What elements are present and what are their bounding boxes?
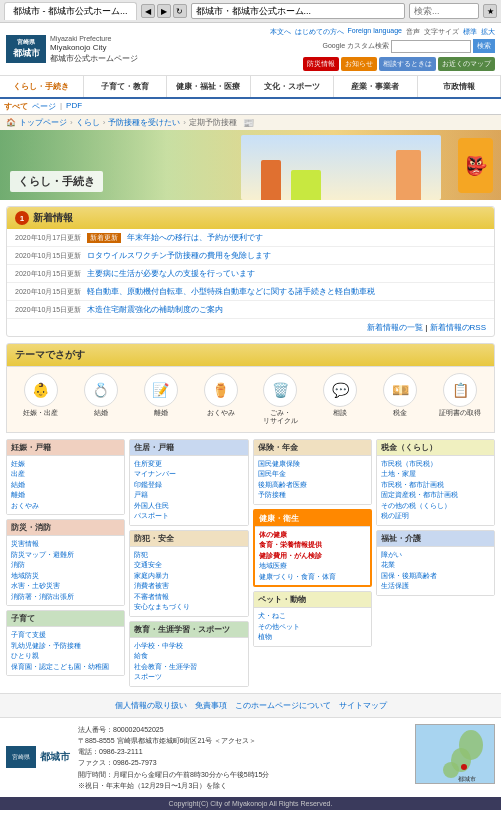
back-button[interactable]: ◀: [141, 4, 155, 18]
link-screening[interactable]: 健診費用・がん検診: [259, 551, 366, 562]
link-foreigner[interactable]: 外国人住民: [134, 501, 243, 512]
footer-sitemap-link[interactable]: サイトマップ: [339, 700, 387, 711]
theme-icon-consult[interactable]: 💬 相談: [316, 373, 364, 426]
theme-icon-tax[interactable]: 💴 税金: [376, 373, 424, 426]
news-link-4[interactable]: 軽自動車、原動機付自転車、小型特殊自動車などに関する諸手続きと軽自動車税: [87, 286, 375, 297]
nav-tab-industry[interactable]: 産業・事業者: [334, 76, 418, 97]
link-plants[interactable]: 植物: [258, 632, 367, 643]
link-passport[interactable]: パスポート: [134, 511, 243, 522]
link-nutrition[interactable]: 食育・栄養情報提供: [259, 540, 366, 551]
link-city-urban-tax[interactable]: 市民税・都市計画税: [381, 480, 490, 491]
news-link-1[interactable]: 年末年始への移行は、予約が便利です: [127, 232, 263, 243]
link-nenkin[interactable]: 国民年金: [258, 469, 367, 480]
link-consumer[interactable]: 消費者被害: [134, 581, 243, 592]
link-divorce[interactable]: 離婚: [11, 490, 120, 501]
link-disaster-map[interactable]: 防災マップ・避難所: [11, 550, 120, 561]
link-marriage[interactable]: 結婚: [11, 480, 120, 491]
nav-tab-culture[interactable]: 文化・スポーツ: [251, 76, 335, 97]
consult-button[interactable]: 相談するときは: [379, 57, 436, 71]
link-disaster-info[interactable]: 災害情報: [11, 539, 120, 550]
link-lunch[interactable]: 給食: [134, 651, 243, 662]
link-livelihood[interactable]: 生活保護: [381, 581, 490, 592]
nav-tab-health[interactable]: 健康・福祉・医療: [167, 76, 251, 97]
link-health-promo[interactable]: 健康づくり・食育・体育: [259, 572, 366, 583]
footer-about-link[interactable]: このホームページについて: [235, 700, 331, 711]
honbun-link[interactable]: 本文へ: [270, 27, 291, 37]
notice-button[interactable]: お知らせ: [341, 57, 377, 71]
news-link-5[interactable]: 木造住宅耐震強化の補助制度のご案内: [87, 304, 223, 315]
link-mynumber[interactable]: マイナンバー: [134, 469, 243, 480]
link-child-support[interactable]: 子育て支援: [11, 630, 120, 641]
search-input[interactable]: [391, 40, 471, 53]
link-other-tax[interactable]: その他の税（くらし）: [381, 501, 490, 512]
foreign-link[interactable]: Foreign language: [348, 27, 403, 37]
breadcrumb-living[interactable]: くらし: [76, 117, 100, 128]
link-birth[interactable]: 出産: [11, 469, 120, 480]
theme-icon-cert[interactable]: 📋 証明書の取得: [436, 373, 484, 426]
link-safe-town[interactable]: 安心なまちづくり: [134, 602, 243, 613]
theme-icon-marriage[interactable]: 💍 結婚: [77, 373, 125, 426]
breadcrumb-reservation[interactable]: 予防接種を受けたい: [108, 117, 180, 128]
breadcrumb-top[interactable]: トップページ: [19, 117, 67, 128]
link-land-house[interactable]: 土地・家屋: [381, 469, 490, 480]
browser-tab[interactable]: 都城市 - 都城市公式ホーム...: [4, 2, 137, 20]
news-list-link[interactable]: 新着情報の一覧: [367, 323, 423, 332]
link-nursery[interactable]: 保育園・認定こども園・幼稚園: [11, 662, 120, 673]
theme-icon-birth[interactable]: 👶 妊娠・出産: [17, 373, 65, 426]
footer-privacy-link[interactable]: 個人情報の取り扱い: [115, 700, 187, 711]
news-link-2[interactable]: ロタウイルスワクチン予防接種の費用を免除します: [87, 250, 271, 261]
theme-icon-divorce[interactable]: 📝 離婚: [137, 373, 185, 426]
link-kokuho[interactable]: 国民健康保険: [258, 459, 367, 470]
link-single-parent[interactable]: ひとり親: [11, 651, 120, 662]
link-disability[interactable]: 障がい: [381, 550, 490, 561]
link-fire[interactable]: 消防: [11, 560, 120, 571]
link-dv[interactable]: 家庭内暴力: [134, 571, 243, 582]
nav-tab-child[interactable]: 子育て・教育: [84, 76, 168, 97]
link-suspicious[interactable]: 不審者情報: [134, 592, 243, 603]
forward-button[interactable]: ▶: [157, 4, 171, 18]
refresh-button[interactable]: ↻: [173, 4, 187, 18]
news-link-3[interactable]: 主要病に生活が必要な人の支援を行っています: [87, 268, 255, 279]
link-seal[interactable]: 印鑑登録: [134, 480, 243, 491]
link-regional-med[interactable]: 地域医療: [259, 561, 366, 572]
link-address[interactable]: 住所変更: [134, 459, 243, 470]
theme-icon-funeral[interactable]: ⚱️ おくやみ: [197, 373, 245, 426]
subnav-pdf[interactable]: PDF: [66, 101, 82, 112]
address-bar[interactable]: [191, 3, 406, 19]
theme-icon-garbage[interactable]: 🗑️ ごみ・リサイクル: [256, 373, 304, 426]
subnav-page[interactable]: ページ: [32, 101, 56, 112]
link-lifelong[interactable]: 社会教育・生涯学習: [134, 662, 243, 673]
standard-link[interactable]: 標準: [463, 27, 477, 37]
link-school[interactable]: 小学校・中学校: [134, 641, 243, 652]
news-rss-link[interactable]: 新着情報のRSS: [430, 323, 486, 332]
link-kouki[interactable]: 後期高齢者医療: [258, 480, 367, 491]
link-fire-station[interactable]: 消防署・消防出張所: [11, 592, 120, 603]
link-sports[interactable]: スポーツ: [134, 672, 243, 683]
link-dogs-cats[interactable]: 犬・ねこ: [258, 611, 367, 622]
site-logo[interactable]: 宮崎県 都城市: [6, 35, 46, 63]
link-kokuho-kouki[interactable]: 国保・後期高齢者: [381, 571, 490, 582]
link-body-health[interactable]: 体の健康: [259, 530, 366, 541]
link-community-disaster[interactable]: 地域防災: [11, 571, 120, 582]
nav-tab-city[interactable]: 市政情報: [418, 76, 502, 97]
footer-disclaimer-link[interactable]: 免責事項: [195, 700, 227, 711]
link-flood[interactable]: 水害・土砂災害: [11, 581, 120, 592]
link-tax-cert[interactable]: 税の証明: [381, 511, 490, 522]
rss-icon[interactable]: 📰: [243, 118, 254, 128]
search-button[interactable]: 検索: [473, 39, 495, 53]
link-checkup-vax[interactable]: 乳幼児健診・予防接種: [11, 641, 120, 652]
link-vaccination[interactable]: 予防接種: [258, 490, 367, 501]
star-button[interactable]: ★: [483, 4, 497, 18]
enlarge-link[interactable]: 拡大: [481, 27, 495, 37]
link-crime-prev[interactable]: 防犯: [134, 550, 243, 561]
browser-search-input[interactable]: [409, 3, 479, 19]
map-button[interactable]: お近くのマップ: [438, 57, 495, 71]
subnav-all[interactable]: すべて: [4, 101, 28, 112]
link-flower-work[interactable]: 花業: [381, 560, 490, 571]
link-koseki[interactable]: 戸籍: [134, 490, 243, 501]
link-traffic[interactable]: 交通安全: [134, 560, 243, 571]
link-pregnancy[interactable]: 妊娠: [11, 459, 120, 470]
hajimete-link[interactable]: はじめての方へ: [295, 27, 344, 37]
link-death[interactable]: おくやみ: [11, 501, 120, 512]
link-city-tax[interactable]: 市民税（市民税）: [381, 459, 490, 470]
